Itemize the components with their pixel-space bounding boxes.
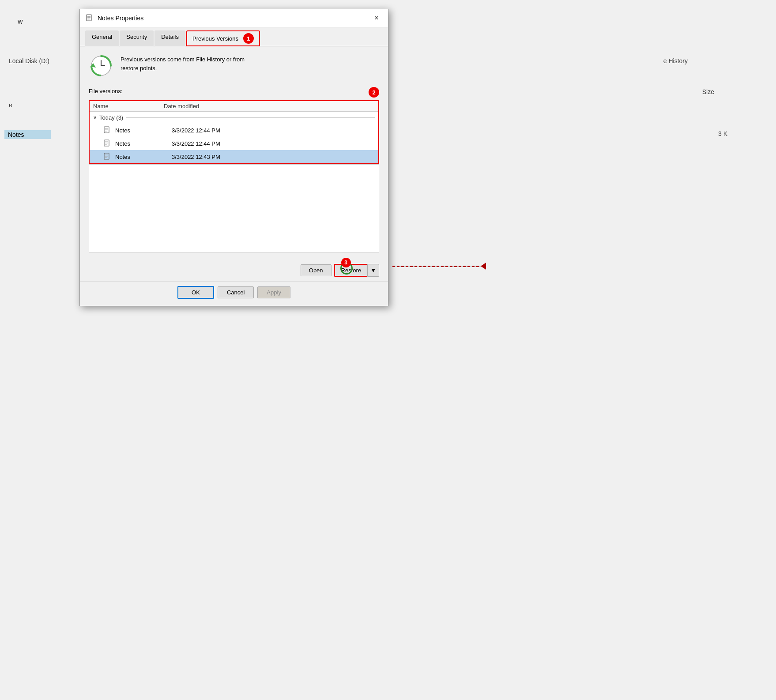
file-versions-badge-2: 2: [369, 87, 379, 98]
group-header: ∨ Today (3): [90, 112, 378, 124]
file-name: Notes: [115, 127, 168, 134]
dialog-footer: OK Cancel Apply: [80, 281, 388, 306]
file-date: 3/3/2022 12:44 PM: [172, 127, 375, 134]
dialog-title-bar: Notes Properties ×: [80, 9, 388, 27]
group-chevron: ∨: [93, 115, 97, 120]
bg-notes-label: Notes: [4, 130, 51, 139]
ok-button[interactable]: OK: [177, 286, 214, 299]
tab-security[interactable]: Security: [120, 30, 154, 46]
group-line: [126, 117, 375, 118]
file-row-selected[interactable]: Notes 3/3/2022 12:43 PM: [90, 150, 378, 163]
restore-button-group: Restore ▼ 3: [334, 264, 379, 277]
group-label: Today (3): [99, 114, 123, 121]
restore-badge-3: 3: [341, 258, 351, 267]
action-buttons-section: Open Restore ▼ 3: [80, 260, 388, 281]
open-button[interactable]: Open: [301, 264, 331, 276]
col-name-header: Name: [93, 103, 164, 109]
dialog-tabs: General Security Details Previous Versio…: [80, 27, 388, 46]
file-versions-box: Name Date modified ∨ Today (3): [89, 100, 379, 164]
file-icon: [103, 152, 112, 161]
restore-button[interactable]: Restore: [334, 264, 368, 277]
clock-icon: [90, 54, 113, 77]
clock-icon-container: [89, 53, 113, 78]
file-date: 3/3/2022 12:43 PM: [172, 154, 375, 160]
apply-button: Apply: [257, 286, 290, 298]
dialog-title-icon: [85, 14, 94, 23]
table-header: Name Date modified: [90, 101, 378, 112]
notes-properties-dialog: Notes Properties × General Security Deta…: [79, 9, 388, 306]
tab-badge-1: 1: [243, 33, 254, 44]
bg-history-label: e History: [663, 57, 688, 64]
bg-size-label: Size: [702, 88, 714, 95]
dialog-content: Previous versions come from File History…: [80, 46, 388, 260]
preview-box: [89, 164, 379, 252]
bg-local-disk: Local Disk (D:): [9, 57, 49, 64]
file-date: 3/3/2022 12:44 PM: [172, 140, 375, 147]
tab-details[interactable]: Details: [154, 30, 185, 46]
file-icon: [103, 139, 112, 148]
info-row: Previous versions come from File History…: [89, 53, 379, 78]
file-row[interactable]: Notes 3/3/2022 12:44 PM: [90, 124, 378, 137]
tab-general[interactable]: General: [85, 30, 119, 46]
bg-w-label: w: [18, 18, 23, 26]
file-name: Notes: [115, 154, 168, 160]
tab-previous-versions[interactable]: Previous Versions 1: [186, 30, 260, 46]
dialog-close-button[interactable]: ×: [370, 13, 383, 23]
bg-e-label: e: [9, 102, 12, 109]
file-icon: [103, 126, 112, 135]
file-name: Notes: [115, 140, 168, 147]
cancel-button[interactable]: Cancel: [218, 286, 254, 298]
title-bar-left: Notes Properties: [85, 14, 143, 23]
dialog-title-text: Notes Properties: [98, 15, 143, 22]
bg-size-value: 3 K: [718, 130, 727, 137]
file-row[interactable]: Notes 3/3/2022 12:44 PM: [90, 137, 378, 150]
file-versions-label: File versions:: [89, 88, 123, 94]
info-text: Previous versions come from File History…: [121, 53, 245, 72]
col-date-header: Date modified: [164, 103, 375, 109]
restore-dropdown-button[interactable]: ▼: [367, 264, 379, 277]
